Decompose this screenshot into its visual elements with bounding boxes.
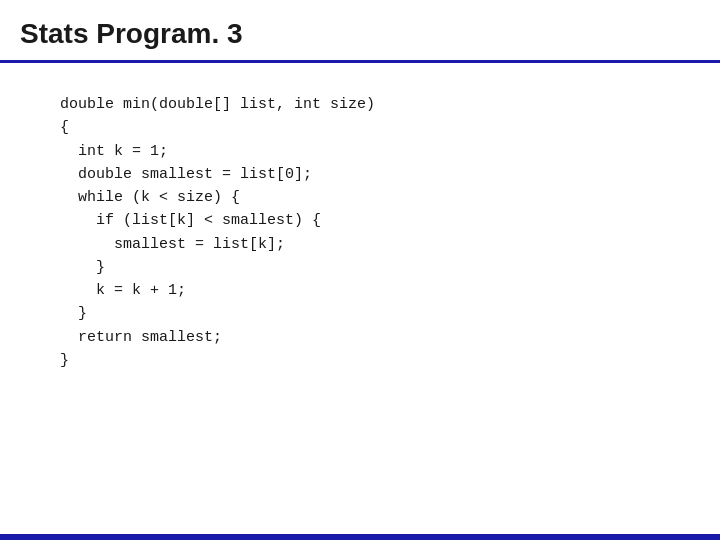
slide-container: Stats Program. 3 double min(double[] lis… (0, 0, 720, 540)
slide-header: Stats Program. 3 (0, 0, 720, 63)
slide-title: Stats Program. 3 (20, 18, 243, 49)
code-content-area: double min(double[] list, int size) { in… (0, 63, 720, 392)
code-block: double min(double[] list, int size) { in… (60, 93, 700, 372)
bottom-bar (0, 534, 720, 540)
